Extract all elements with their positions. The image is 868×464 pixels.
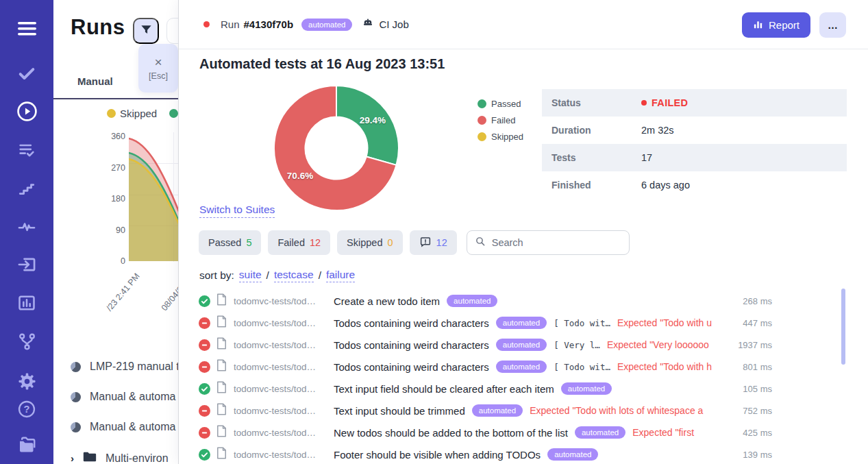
- filter-chip[interactable]: 12: [410, 230, 457, 255]
- automated-badge: automated: [561, 382, 612, 395]
- background-run-item[interactable]: Manual & automa: [71, 421, 175, 433]
- automated-badge: automated: [575, 426, 625, 439]
- donut-legend-item: Skipped: [478, 132, 523, 142]
- test-row[interactable]: todomvc-tests/tod… Text input should be …: [179, 400, 868, 422]
- test-row[interactable]: todomvc-tests/tod… Todos containing weir…: [179, 356, 868, 378]
- info-value: 2m 32s: [641, 125, 674, 136]
- test-row[interactable]: todomvc-tests/tod… Todos containing weir…: [179, 334, 868, 356]
- test-error: Expected "Todo with lots of whitespace a: [530, 405, 703, 416]
- test-title: Todos containing weird characters: [334, 361, 489, 373]
- test-path: todomvc-tests/tod…: [234, 296, 327, 306]
- close-icon[interactable]: ×: [154, 56, 162, 69]
- file-icon: [216, 425, 227, 440]
- y-axis-tick: 90: [103, 225, 125, 235]
- test-title: Text input field should be cleared after…: [334, 383, 554, 395]
- filter-button[interactable]: [133, 18, 159, 44]
- chevron-right-icon[interactable]: ›: [71, 452, 74, 464]
- status-failed-icon: [199, 427, 210, 439]
- status-failed-icon: [199, 317, 210, 329]
- sort-link-failure[interactable]: failure: [326, 269, 355, 282]
- switch-to-suites-link[interactable]: Switch to Suites: [199, 204, 275, 218]
- legend-dot: [169, 109, 178, 118]
- test-path: todomvc-tests/tod…: [234, 384, 327, 394]
- app-root: ? Runs × [Esc] Manual SkippedPassed 3602…: [0, 0, 868, 464]
- svg-text:?: ?: [24, 404, 30, 415]
- test-row[interactable]: todomvc-tests/tod… Create a new todo ite…: [179, 290, 868, 312]
- filter-chip[interactable]: Failed12: [268, 230, 330, 255]
- donut-legend-item: Passed: [478, 99, 523, 109]
- test-duration: 801 ms: [743, 362, 772, 372]
- sort-link-testcase[interactable]: testcase: [274, 269, 314, 282]
- milestones-stairs-icon[interactable]: [15, 177, 38, 200]
- status-failed-icon: [199, 361, 210, 373]
- filter-chip[interactable]: Passed5: [199, 230, 261, 255]
- more-actions-button[interactable]: …: [819, 12, 846, 38]
- results-donut-chart: 29.4%70.6%: [273, 84, 400, 212]
- test-title: Todos containing weird characters: [334, 317, 489, 329]
- file-icon: [216, 403, 227, 418]
- import-sign-in-icon[interactable]: [15, 253, 38, 276]
- test-title: Text input should be trimmed: [334, 405, 465, 417]
- sort-separator: /: [266, 269, 269, 282]
- runs-play-icon[interactable]: [15, 99, 38, 123]
- automated-badge: automated: [547, 448, 598, 461]
- reports-chart-icon[interactable]: [15, 291, 38, 315]
- test-duration: 105 ms: [743, 384, 772, 394]
- test-duration: 752 ms: [743, 406, 772, 416]
- info-label: Status: [542, 97, 641, 108]
- file-icon: [216, 337, 227, 352]
- search-input[interactable]: [492, 237, 608, 248]
- run-id: #4130f70b: [244, 19, 294, 30]
- donut-legend-item: Failed: [478, 115, 523, 125]
- test-row[interactable]: todomvc-tests/tod… New todos should be a…: [179, 422, 868, 443]
- donut-percentage-label: 29.4%: [360, 115, 386, 125]
- y-axis-tick: 360: [103, 132, 125, 141]
- hamburger-menu-icon[interactable]: [15, 17, 38, 40]
- test-error: Expected "first: [632, 427, 694, 438]
- projects-folder-icon[interactable]: [15, 434, 38, 457]
- tab-manual[interactable]: Manual: [77, 75, 113, 87]
- result-filters: Passed5Failed12Skipped012: [199, 230, 630, 255]
- sort-link-suite[interactable]: suite: [239, 269, 262, 282]
- ci-job-label: CI Job: [379, 19, 408, 30]
- file-icon: [216, 293, 227, 308]
- background-run-item[interactable]: Manual & automa: [71, 391, 175, 403]
- status-failed-value: FAILED: [641, 97, 688, 108]
- help-icon[interactable]: ?: [15, 398, 38, 421]
- background-run-item[interactable]: LMP-219 manual te: [71, 361, 186, 373]
- status-passed-icon: [199, 383, 210, 395]
- test-duration: 425 ms: [743, 428, 772, 438]
- test-path: todomvc-tests/tod…: [234, 428, 327, 438]
- run-info-table: Status FAILED Duration 2m 32s Tests 17 F…: [542, 89, 847, 199]
- test-duration: 447 ms: [743, 318, 772, 328]
- donut-legend: PassedFailedSkipped: [478, 99, 523, 142]
- info-value: 6 days ago: [641, 180, 690, 191]
- test-title: Create a new todo item: [334, 295, 440, 307]
- tests-check-icon[interactable]: [15, 62, 38, 85]
- automated-badge: automated: [301, 19, 352, 31]
- sort-row: sort by:suite/testcase/failure: [199, 269, 355, 282]
- scrollbar-thumb[interactable]: [841, 289, 845, 365]
- info-label: Tests: [542, 152, 641, 163]
- test-path: todomvc-tests/tod…: [234, 340, 327, 350]
- settings-gear-icon[interactable]: [15, 369, 38, 393]
- run-word: Run: [221, 19, 240, 30]
- report-button-label: Report: [769, 19, 799, 31]
- branches-icon[interactable]: [15, 330, 38, 353]
- legend-dot: [478, 99, 486, 108]
- funnel-filter-icon: [140, 23, 153, 38]
- pulse-analytics-icon[interactable]: [15, 215, 38, 238]
- test-row[interactable]: todomvc-tests/tod… Todos containing weir…: [179, 312, 868, 334]
- background-area-chart: [129, 132, 179, 262]
- report-button[interactable]: Report: [742, 12, 810, 38]
- close-panel-control: × [Esc]: [138, 44, 178, 93]
- test-row[interactable]: todomvc-tests/tod… Footer should be visi…: [179, 443, 868, 464]
- test-row[interactable]: todomvc-tests/tod… Text input field shou…: [179, 378, 868, 400]
- background-run-item[interactable]: › Multi-environ: [71, 451, 169, 464]
- robot-icon: [362, 17, 374, 32]
- test-plans-list-icon[interactable]: [15, 138, 38, 162]
- filter-chip[interactable]: Skipped0: [337, 230, 402, 255]
- run-detail-panel: Run #4130f70b automated CI Job Report … …: [178, 0, 868, 464]
- run-status-donut-icon: [71, 422, 81, 432]
- test-path: todomvc-tests/tod…: [234, 318, 327, 328]
